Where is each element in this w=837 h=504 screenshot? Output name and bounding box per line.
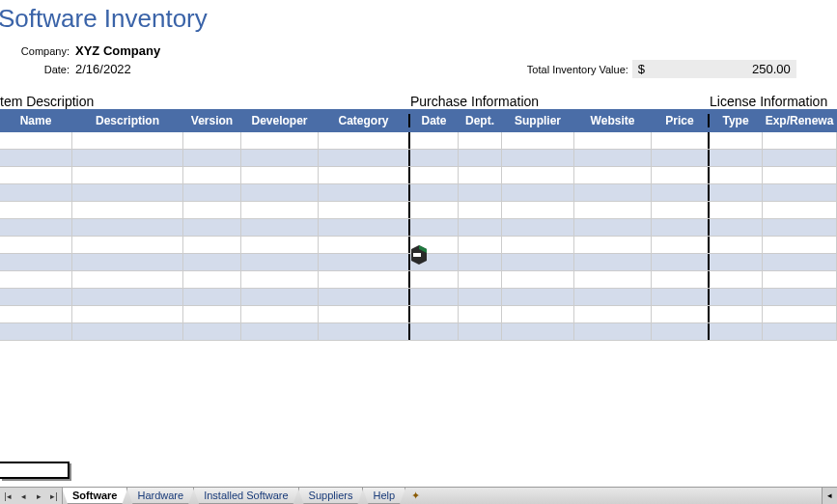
table-cell[interactable] (241, 289, 319, 305)
table-row[interactable] (0, 323, 837, 341)
table-cell[interactable] (183, 323, 241, 340)
table-cell[interactable] (459, 219, 502, 236)
table-cell[interactable] (502, 184, 574, 201)
tab-new-sheet-icon[interactable]: ✦ (405, 488, 426, 504)
tab-software[interactable]: Software (62, 488, 127, 504)
col-description[interactable]: Description (72, 114, 183, 127)
table-cell[interactable] (183, 237, 241, 253)
table-cell[interactable] (459, 306, 502, 322)
table-cell[interactable] (763, 323, 837, 340)
col-type[interactable]: Type (710, 114, 763, 127)
table-cell[interactable] (183, 254, 241, 270)
table-cell[interactable] (183, 202, 241, 218)
table-cell[interactable] (319, 306, 410, 322)
table-cell[interactable] (763, 237, 837, 253)
table-cell[interactable] (502, 271, 574, 288)
table-cell[interactable] (0, 219, 72, 236)
tab-suppliers[interactable]: Suppliers (298, 488, 364, 504)
table-cell[interactable] (72, 219, 183, 236)
col-developer[interactable]: Developer (241, 114, 319, 127)
table-cell[interactable] (710, 323, 763, 340)
table-cell[interactable] (0, 132, 72, 149)
table-cell[interactable] (183, 132, 241, 149)
table-cell[interactable] (763, 306, 837, 322)
table-cell[interactable] (319, 271, 410, 288)
table-cell[interactable] (502, 306, 574, 322)
col-version[interactable]: Version (183, 114, 241, 127)
table-cell[interactable] (410, 202, 459, 218)
table-cell[interactable] (502, 323, 574, 340)
table-cell[interactable] (319, 132, 410, 149)
table-cell[interactable] (72, 271, 183, 288)
table-cell[interactable] (502, 167, 574, 183)
selected-cell[interactable] (0, 462, 70, 479)
table-cell[interactable] (763, 184, 837, 201)
col-dept[interactable]: Dept. (459, 114, 502, 127)
table-cell[interactable] (574, 132, 652, 149)
table-cell[interactable] (410, 289, 459, 305)
table-cell[interactable] (72, 150, 183, 166)
col-website[interactable]: Website (574, 114, 652, 127)
table-cell[interactable] (0, 306, 72, 322)
table-cell[interactable] (410, 271, 459, 288)
table-cell[interactable] (319, 219, 410, 236)
table-cell[interactable] (574, 323, 652, 340)
table-cell[interactable] (574, 184, 652, 201)
table-cell[interactable] (459, 132, 502, 149)
table-cell[interactable] (0, 323, 72, 340)
table-cell[interactable] (763, 219, 837, 236)
table-cell[interactable] (574, 271, 652, 288)
table-cell[interactable] (652, 254, 710, 270)
table-cell[interactable] (652, 132, 710, 149)
table-cell[interactable] (710, 254, 763, 270)
data-grid[interactable] (0, 132, 837, 341)
col-name[interactable]: Name (0, 114, 72, 127)
table-cell[interactable] (574, 254, 652, 270)
table-cell[interactable] (183, 167, 241, 183)
table-cell[interactable] (652, 202, 710, 218)
table-cell[interactable] (241, 202, 319, 218)
table-cell[interactable] (72, 237, 183, 253)
table-cell[interactable] (652, 323, 710, 340)
table-cell[interactable] (319, 150, 410, 166)
col-date[interactable]: Date (410, 114, 459, 127)
table-cell[interactable] (0, 254, 72, 270)
table-cell[interactable] (72, 323, 183, 340)
table-cell[interactable] (459, 184, 502, 201)
table-cell[interactable] (574, 167, 652, 183)
table-row[interactable] (0, 132, 837, 150)
table-cell[interactable] (241, 271, 319, 288)
table-cell[interactable] (710, 237, 763, 253)
table-cell[interactable] (241, 219, 319, 236)
table-cell[interactable] (459, 271, 502, 288)
tab-nav-next-icon[interactable]: ▸ (31, 491, 46, 501)
table-cell[interactable] (652, 271, 710, 288)
table-cell[interactable] (410, 306, 459, 322)
table-cell[interactable] (410, 219, 459, 236)
table-cell[interactable] (72, 289, 183, 305)
table-cell[interactable] (0, 289, 72, 305)
table-cell[interactable] (763, 202, 837, 218)
tab-nav-first-icon[interactable]: |◂ (0, 491, 15, 501)
table-cell[interactable] (241, 184, 319, 201)
table-cell[interactable] (72, 167, 183, 183)
table-cell[interactable] (0, 237, 72, 253)
col-category[interactable]: Category (319, 114, 410, 127)
table-cell[interactable] (319, 202, 410, 218)
table-cell[interactable] (183, 150, 241, 166)
table-row[interactable] (0, 167, 837, 184)
table-cell[interactable] (763, 167, 837, 183)
table-cell[interactable] (652, 150, 710, 166)
col-price[interactable]: Price (652, 114, 710, 127)
table-cell[interactable] (763, 132, 837, 149)
table-row[interactable] (0, 184, 837, 202)
tab-nav-prev-icon[interactable]: ◂ (15, 491, 31, 501)
table-cell[interactable] (72, 306, 183, 322)
table-cell[interactable] (183, 219, 241, 236)
table-cell[interactable] (459, 323, 502, 340)
table-cell[interactable] (0, 184, 72, 201)
table-cell[interactable] (0, 150, 72, 166)
table-cell[interactable] (710, 289, 763, 305)
table-cell[interactable] (652, 237, 710, 253)
col-supplier[interactable]: Supplier (502, 114, 574, 127)
